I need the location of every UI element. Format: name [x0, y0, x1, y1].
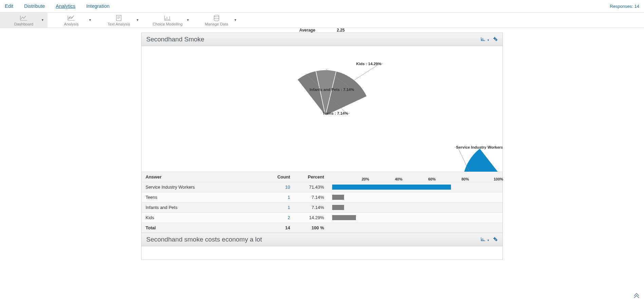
chevron-down-icon: ▼ [136, 18, 139, 22]
pie-slice-label: Infants and Pets : 7.14% [309, 88, 354, 92]
toolbar-text-analysis[interactable]: Text Analysis ▼ [95, 13, 143, 27]
results-table: Answer Count Percent 20%40%60%80%100% Se… [141, 172, 503, 233]
table-row: Infants and Pets17.14% [141, 203, 503, 213]
cell-percent: 14.29% [294, 213, 328, 223]
responses-count: Responses: 14 [610, 4, 639, 9]
toolbar-label: Text Analysis [108, 22, 130, 26]
total-label: Total [141, 223, 257, 233]
cell-percent: 7.14% [294, 203, 328, 213]
axis-tick: 100% [494, 177, 503, 181]
settings-icon[interactable] [493, 237, 498, 243]
nav-distribute[interactable]: Distribute [24, 1, 45, 12]
th-count: Count [257, 172, 294, 182]
top-nav: Edit Distribute Analytics Integration Re… [0, 0, 644, 13]
chart-line-icon [20, 15, 28, 21]
svg-rect-0 [116, 15, 121, 21]
cell-bar [328, 192, 503, 203]
total-count: 14 [257, 223, 294, 233]
settings-icon[interactable] [493, 37, 498, 42]
chevron-down-icon: ▼ [186, 18, 189, 22]
panel-header-secondhand-smoke: Secondhand Smoke ▼ [141, 33, 503, 46]
axis-tick: 60% [428, 177, 436, 181]
cell-answer: Teens [141, 192, 257, 203]
pie-slice-label: Service Industry Workers : 71.43% [456, 145, 503, 149]
svg-point-2 [494, 37, 495, 39]
toolbar-choice-modelling[interactable]: Choice Modelling ▼ [143, 13, 193, 27]
toolbar: Dashboard ▼ Analysis ▼ Text Analysis ▼ C… [0, 13, 644, 28]
average-value: 2.25 [337, 28, 344, 33]
panel-header-economy: Secondhand smoke costs economy a lot ▼ [141, 233, 503, 246]
toolbar-manage-data[interactable]: Manage Data ▼ [193, 13, 240, 27]
th-answer: Answer [141, 172, 257, 182]
cell-answer: Infants and Pets [141, 203, 257, 213]
nav-integration[interactable]: Integration [86, 1, 110, 12]
cell-answer: Service Industry Workers [141, 182, 257, 192]
cell-bar [328, 213, 503, 223]
cell-count: 10 [257, 182, 294, 192]
panel-body-economy [141, 246, 503, 260]
axis-tick: 80% [461, 177, 469, 181]
cell-percent: 71.43% [294, 182, 328, 192]
cell-bar [328, 182, 503, 192]
axis-tick: 40% [395, 177, 402, 181]
panel-body: Kids : 14.29%Infants and Pets : 7.14%Tee… [141, 46, 503, 233]
chart-type-icon[interactable]: ▼ [481, 237, 490, 242]
axis-tick: 20% [362, 177, 369, 181]
toolbar-dashboard[interactable]: Dashboard ▼ [0, 13, 48, 27]
toolbar-label: Manage Data [205, 22, 228, 26]
pie-slice-label: Teens : 7.14% [323, 111, 348, 115]
svg-point-1 [214, 15, 219, 17]
chart-type-icon[interactable]: ▼ [481, 37, 490, 42]
toolbar-label: Dashboard [14, 22, 33, 26]
cell-count: 1 [257, 192, 294, 203]
average-row: Average 2.25 [141, 28, 503, 33]
table-row: Service Industry Workers1071.43% [141, 182, 503, 192]
analysis-icon [67, 15, 75, 21]
svg-point-4 [494, 237, 495, 239]
average-label: Average [299, 28, 336, 33]
svg-point-5 [495, 239, 497, 241]
nav-edit[interactable]: Edit [5, 1, 13, 12]
pie-slice-label: Kids : 14.29% [356, 62, 381, 66]
bar-chart-icon [164, 15, 171, 21]
chevron-down-icon: ▼ [41, 18, 44, 22]
chevron-down-icon: ▼ [89, 18, 92, 22]
cell-answer: Kids [141, 213, 257, 223]
cell-percent: 7.14% [294, 192, 328, 203]
table-row: Kids214.29% [141, 213, 503, 223]
cell-bar [328, 203, 503, 213]
nav-analytics[interactable]: Analytics [56, 1, 75, 12]
panel-title: Secondhand smoke costs economy a lot [146, 236, 262, 243]
cell-count: 2 [257, 213, 294, 223]
cell-count: 1 [257, 203, 294, 213]
toolbar-label: Analysis [64, 22, 79, 26]
panel-title: Secondhand Smoke [146, 36, 204, 43]
toolbar-label: Choice Modelling [153, 22, 183, 26]
toolbar-analysis[interactable]: Analysis ▼ [48, 13, 95, 27]
svg-point-3 [495, 39, 497, 40]
th-percent: Percent [294, 172, 328, 182]
table-row: Teens17.14% [141, 192, 503, 203]
document-icon [115, 15, 122, 21]
chevron-down-icon: ▼ [234, 18, 237, 22]
pie-chart: Kids : 14.29%Infants and Pets : 7.14%Tee… [141, 50, 503, 172]
database-icon [213, 15, 220, 21]
th-bar-axis: 20%40%60%80%100% [328, 172, 503, 182]
total-percent: 100 % [294, 223, 328, 233]
